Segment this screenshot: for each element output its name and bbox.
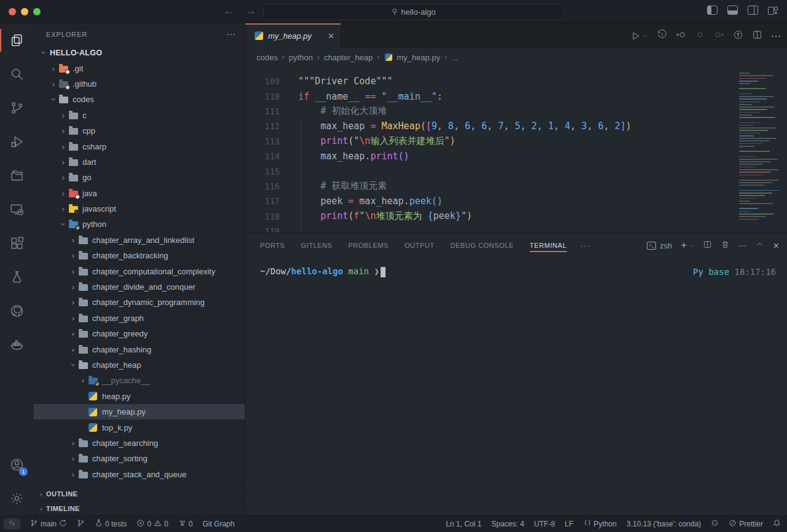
zoom-window-button[interactable] — [33, 8, 41, 15]
previous-change-icon[interactable] — [676, 30, 686, 42]
terminal-output[interactable]: ~/Dow/hello-algo main ❯ Py base 18:17:16 — [245, 258, 787, 515]
panel-tab-problems[interactable]: PROBLEMS — [348, 233, 389, 258]
tree-item-top-k-py[interactable]: top_k.py — [34, 419, 245, 435]
eol[interactable]: LF — [565, 520, 574, 528]
tab-my-heap[interactable]: my_heap.py ✕ — [245, 23, 341, 48]
tree-item-c[interactable]: c — [34, 108, 245, 123]
close-panel-icon[interactable]: ✕ — [773, 241, 780, 250]
breadcrumb-item--[interactable]: ... — [451, 53, 458, 62]
editor-more-actions-icon[interactable]: ⋯ — [771, 30, 781, 42]
navigate-back-icon[interactable]: ← — [223, 5, 235, 17]
tree-item-csharp[interactable]: csharp — [34, 138, 245, 154]
tree-item--github[interactable]: .github — [34, 76, 245, 92]
tree-item-codes[interactable]: codes — [34, 92, 245, 107]
tests[interactable]: 0 tests — [95, 519, 127, 529]
next-change-icon[interactable] — [714, 30, 724, 42]
github-icon[interactable] — [0, 294, 34, 328]
tree-item-javascript[interactable]: javascript — [34, 201, 245, 216]
gitlens-graph[interactable] — [77, 519, 85, 529]
tree-item-dart[interactable]: dart — [34, 154, 245, 170]
run-python-file-button[interactable] — [630, 31, 648, 41]
testing-icon[interactable] — [0, 260, 34, 294]
tree-item-cpp[interactable]: cpp — [34, 123, 245, 138]
tree-item-chapter-backtracking[interactable]: chapter_backtracking — [34, 248, 245, 263]
folders-icon[interactable] — [0, 159, 34, 193]
remote-indicator[interactable] — [4, 518, 20, 530]
breadcrumb-item-codes[interactable]: codes — [256, 53, 278, 62]
panel-more-actions-icon[interactable]: ⋯ — [738, 241, 746, 250]
tree-item-chapter-searching[interactable]: chapter_searching — [34, 435, 245, 451]
kill-terminal-icon[interactable] — [721, 240, 730, 251]
tree-item-my-heap-py[interactable]: my_heap.py — [34, 404, 245, 419]
notifications[interactable] — [773, 519, 781, 529]
tree-item-heap-py[interactable]: heap.py — [34, 389, 245, 404]
prettier[interactable]: Prettier — [729, 519, 763, 529]
language-mode[interactable]: Python — [583, 519, 617, 529]
encoding[interactable]: UTF-8 — [534, 520, 555, 528]
git-graph[interactable]: Git Graph — [202, 520, 234, 528]
python-interpreter[interactable]: 3.10.13 ('base': conda) — [627, 520, 701, 528]
tree-item--git[interactable]: .git — [34, 60, 245, 76]
terminal-session[interactable]: >_ zsh — [647, 241, 672, 250]
tree-item-chapter-heap[interactable]: chapter_heap — [34, 357, 245, 373]
extensions-icon[interactable] — [0, 226, 34, 260]
tree-item-chapter-graph[interactable]: chapter_graph — [34, 311, 245, 326]
panel-tab-gitlens[interactable]: GITLENS — [301, 233, 332, 258]
explorer-icon[interactable] — [0, 23, 34, 57]
minimap[interactable] — [734, 66, 786, 214]
minimize-window-button[interactable] — [21, 8, 28, 15]
ports[interactable]: 0 — [178, 519, 193, 529]
close-window-button[interactable] — [9, 8, 16, 15]
tree-item--pycache-[interactable]: __pycache__ — [34, 373, 245, 388]
tree-item-go[interactable]: go — [34, 170, 245, 185]
run-and-debug-icon[interactable] — [0, 125, 34, 159]
customize-layout-icon[interactable] — [768, 6, 778, 15]
navigate-forward-icon[interactable]: → — [245, 5, 257, 17]
tree-item-hello-algo[interactable]: HELLO-ALGO — [34, 45, 245, 60]
toggle-panel-icon[interactable] — [727, 6, 738, 15]
problems[interactable]: 00 — [136, 519, 168, 529]
file-history-icon[interactable] — [657, 30, 667, 42]
remote-explorer-icon[interactable] — [0, 193, 34, 226]
tree-item-chapter-hashing[interactable]: chapter_hashing — [34, 341, 245, 357]
copilot[interactable] — [711, 519, 719, 529]
new-terminal-button[interactable]: + — [681, 239, 694, 252]
search-icon[interactable] — [0, 57, 34, 91]
toggle-secondary-sidebar-icon[interactable] — [748, 6, 758, 15]
tree-item-python[interactable]: python — [34, 216, 245, 232]
panel-tab-ports[interactable]: PORTS — [260, 233, 285, 258]
tree-item-chapter-greedy[interactable]: chapter_greedy — [34, 326, 245, 341]
cursor-position[interactable]: Ln 1, Col 1 — [446, 520, 481, 528]
tab-close-icon[interactable]: ✕ — [328, 31, 334, 41]
breadcrumb-item-python[interactable]: python — [289, 53, 313, 62]
settings-gear-icon[interactable] — [0, 482, 34, 515]
maximize-panel-icon[interactable] — [755, 240, 764, 251]
panel-tab-debug-console[interactable]: DEBUG CONSOLE — [450, 233, 513, 258]
pane-header-outline[interactable]: OUTLINE — [34, 486, 245, 501]
panel-tabs-overflow-icon[interactable]: ··· — [580, 240, 591, 250]
tree-item-chapter-computational-complexity[interactable]: chapter_computational_complexity — [34, 263, 245, 279]
split-terminal-icon[interactable] — [703, 240, 712, 251]
panel-tab-terminal[interactable]: TERMINAL — [530, 233, 567, 258]
breadcrumb-item-my-heap-py[interactable]: my_heap.py — [384, 52, 440, 62]
command-center-search[interactable]: ⚲ hello-algo — [263, 4, 564, 20]
tree-item-chapter-array-and-linkedlist[interactable]: chapter_array_and_linkedlist — [34, 232, 245, 248]
indentation[interactable]: Spaces: 4 — [491, 520, 524, 528]
tree-item-chapter-dynamic-programming[interactable]: chapter_dynamic_programming — [34, 295, 245, 310]
toggle-primary-sidebar-icon[interactable] — [707, 6, 718, 15]
tree-item-chapter-stack-and-queue[interactable]: chapter_stack_and_queue — [34, 467, 245, 482]
pane-header-timeline[interactable]: TIMELINE — [34, 501, 245, 515]
breadcrumb-item-chapter-heap[interactable]: chapter_heap — [324, 53, 373, 62]
code-area[interactable]: 109"""Driver Code"""110if __name__ == "_… — [245, 66, 787, 232]
changes-icon[interactable] — [695, 30, 705, 42]
open-changes-icon[interactable] — [733, 30, 743, 42]
split-editor-icon[interactable] — [752, 30, 762, 42]
docker-icon[interactable] — [0, 328, 34, 362]
accounts-icon[interactable]: 1 — [0, 448, 34, 482]
git-branch[interactable]: main — [30, 519, 67, 529]
source-control-icon[interactable] — [0, 91, 34, 125]
tree-item-chapter-divide-and-conquer[interactable]: chapter_divide_and_conquer — [34, 279, 245, 295]
tree-item-chapter-sorting[interactable]: chapter_sorting — [34, 451, 245, 466]
explorer-more-actions-icon[interactable]: ⋯ — [226, 29, 236, 40]
tree-item-java[interactable]: java — [34, 186, 245, 201]
